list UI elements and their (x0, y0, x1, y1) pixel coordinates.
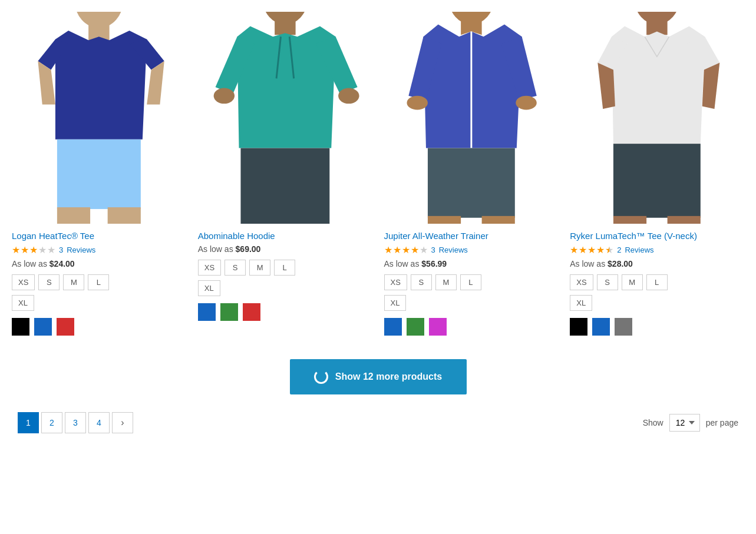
stars-3: ★ ★ ★ ★ ★ (384, 244, 428, 256)
size-xs-2[interactable]: XS (198, 260, 221, 276)
svg-rect-28 (613, 144, 701, 218)
product-card-4: Ryker LumaTech™ Tee (V-neck) ★ ★ ★ ★ ★ 2… (570, 12, 744, 336)
sizes-row-4: XS S M L (570, 274, 744, 290)
per-page-select[interactable]: 12 24 36 48 (669, 414, 700, 432)
product-name-2[interactable]: Abominable Hoodie (198, 231, 372, 241)
size-l-3[interactable]: L (460, 274, 481, 290)
size-m-2[interactable]: M (249, 260, 270, 276)
star-4-1: ★ (570, 244, 578, 256)
sizes-row-2: XS S M L (198, 260, 372, 276)
product-image-2[interactable] (198, 12, 372, 224)
star-1-2: ★ (21, 244, 29, 256)
page-wrapper: Logan HeatTec® Tee ★ ★ ★ ★ ★ 3 Reviews A… (0, 0, 756, 457)
page-2-button[interactable]: 2 (41, 412, 62, 433)
product-image-4[interactable] (570, 12, 744, 224)
price-value-4: $28.00 (608, 259, 633, 268)
product-name-4[interactable]: Ryker LumaTech™ Tee (V-neck) (570, 231, 744, 241)
color-black-4[interactable] (570, 318, 587, 336)
price-prefix-3: As low as (384, 259, 420, 268)
page-3-button[interactable]: 3 (65, 412, 86, 433)
color-red-2[interactable] (243, 303, 260, 321)
color-blue-1[interactable] (34, 318, 52, 336)
svg-rect-22 (427, 148, 514, 218)
price-prefix-1: As low as (12, 259, 47, 268)
sizes-row-4b: XL (570, 295, 744, 311)
size-m-1[interactable]: M (63, 274, 84, 290)
page-4-button[interactable]: 4 (88, 412, 110, 433)
color-blue-2[interactable] (198, 303, 216, 321)
star-4-4: ★ (596, 244, 605, 256)
color-black-1[interactable] (12, 318, 29, 336)
color-green-2[interactable] (220, 303, 238, 321)
show-label: Show (643, 418, 663, 427)
size-l-4[interactable]: L (646, 274, 668, 290)
star-4-2: ★ (579, 244, 587, 256)
product-image-3[interactable] (384, 12, 559, 224)
size-xl-2[interactable]: XL (198, 280, 220, 296)
refresh-icon (314, 370, 328, 384)
sizes-row-1: XS S M L (12, 274, 186, 290)
price-prefix-4: As low as (570, 259, 605, 268)
product-card-2: Abominable Hoodie As low as $69.00 XS S … (198, 12, 372, 336)
product-card-1: Logan HeatTec® Tee ★ ★ ★ ★ ★ 3 Reviews A… (12, 12, 186, 336)
review-count-4[interactable]: 2 (617, 246, 621, 254)
size-l-1[interactable]: L (88, 274, 109, 290)
size-xs-3[interactable]: XS (384, 274, 407, 290)
sizes-row-2b: XL (198, 280, 372, 296)
product-card-3: Jupiter All-Weather Trainer ★ ★ ★ ★ ★ 3 … (384, 12, 559, 336)
page-1-button[interactable]: 1 (18, 412, 39, 433)
svg-rect-24 (481, 216, 514, 224)
star-3-2: ★ (393, 244, 401, 256)
size-s-2[interactable]: S (225, 260, 246, 276)
rating-row-3: ★ ★ ★ ★ ★ 3 Reviews (384, 244, 559, 256)
size-s-4[interactable]: S (597, 274, 618, 290)
load-more-button[interactable]: Show 12 more products (290, 359, 467, 394)
stars-1: ★ ★ ★ ★ ★ (12, 244, 55, 256)
reviews-label-3[interactable]: Reviews (439, 246, 468, 254)
product-name-1[interactable]: Logan HeatTec® Tee (12, 231, 186, 241)
svg-point-11 (213, 88, 234, 104)
star-1-3: ★ (29, 244, 38, 256)
per-page-suffix: per page (706, 418, 738, 427)
size-xs-1[interactable]: XS (12, 274, 35, 290)
colors-row-1 (12, 318, 186, 336)
star-1-5: ★ (47, 244, 55, 256)
color-blue-3[interactable] (384, 318, 402, 336)
svg-point-12 (338, 88, 359, 104)
size-xl-4[interactable]: XL (570, 295, 592, 311)
review-count-3[interactable]: 3 (431, 246, 435, 254)
review-count-1[interactable]: 3 (59, 246, 63, 254)
size-xs-4[interactable]: XS (570, 274, 593, 290)
size-xl-3[interactable]: XL (384, 295, 407, 311)
color-gray-4[interactable] (615, 318, 632, 336)
product-name-3[interactable]: Jupiter All-Weather Trainer (384, 231, 559, 241)
size-m-4[interactable]: M (622, 274, 643, 290)
price-value-3: $56.99 (421, 259, 447, 268)
size-m-3[interactable]: M (435, 274, 457, 290)
price-value-2: $69.00 (236, 244, 261, 254)
size-xl-1[interactable]: XL (12, 295, 34, 311)
svg-point-21 (516, 96, 536, 110)
color-red-1[interactable] (57, 318, 74, 336)
stars-4: ★ ★ ★ ★ ★ (570, 244, 613, 256)
star-3-5: ★ (420, 244, 428, 256)
color-green-3[interactable] (407, 318, 424, 336)
svg-rect-23 (427, 216, 460, 224)
size-s-3[interactable]: S (411, 274, 432, 290)
star-4-5: ★ (605, 244, 613, 256)
price-row-4: As low as $28.00 (570, 259, 744, 268)
sizes-row-3b: XL (384, 295, 559, 311)
next-page-button[interactable]: › (112, 412, 133, 433)
reviews-label-1[interactable]: Reviews (67, 246, 95, 254)
color-pink-3[interactable] (429, 318, 447, 336)
product-image-1[interactable] (12, 12, 186, 224)
price-value-1: $24.00 (49, 259, 75, 268)
colors-row-4 (570, 318, 744, 336)
products-grid: Logan HeatTec® Tee ★ ★ ★ ★ ★ 3 Reviews A… (12, 12, 744, 336)
star-4-3: ★ (587, 244, 596, 256)
size-l-2[interactable]: L (274, 260, 295, 276)
reviews-label-4[interactable]: Reviews (625, 246, 653, 254)
colors-row-3 (384, 318, 559, 336)
color-blue-4[interactable] (592, 318, 610, 336)
size-s-1[interactable]: S (38, 274, 60, 290)
